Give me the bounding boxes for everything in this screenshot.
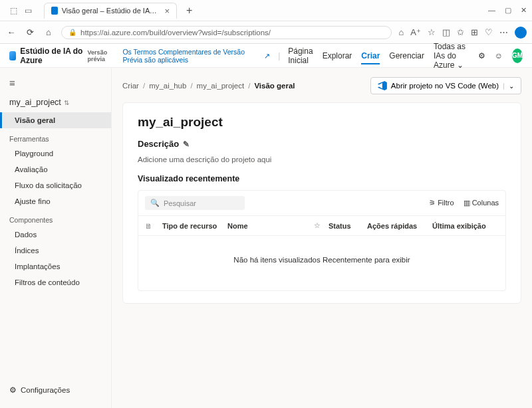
home-button[interactable]: ⌂ [43,27,55,37]
nav-explore[interactable]: Explorar [323,51,352,60]
th-name[interactable]: Nome [227,222,309,230]
preview-tag: Versão prévia [88,49,116,62]
split-icon[interactable]: ◫ [442,27,450,37]
chevron-down-icon: ⌄ [509,82,514,90]
breadcrumb: Criar / my_ai_hub / my_ai_project / Visã… [122,82,295,90]
lock-icon: 🔒 [68,29,76,36]
th-quick-actions[interactable]: Ações rápidas [367,222,427,230]
avatar[interactable]: GM [512,49,523,63]
browser-profile-icon[interactable] [515,27,527,39]
browser-tab[interactable]: Visão geral – Estúdio de IA do Azure × [44,3,177,19]
sidebar-item-playground[interactable]: Playground [0,146,111,161]
crumb-hub[interactable]: my_ai_hub [149,82,186,90]
overview-card: my_ai_project Descrição ✎ Adicione uma d… [122,102,521,304]
sidebar: ≡ my_ai_project ⇅ Visão geral Ferramenta… [0,68,112,408]
recent-table: 🔍 Pesquisar ⚞ Filtro ▥ Colunas 🗎 Tipo de… [138,190,506,291]
sidebar-section-tools: Ferramentas [0,128,111,146]
crumb-current: Visão geral [254,82,295,90]
th-resource-type[interactable]: Tipo de recurso [162,222,222,230]
search-input[interactable]: 🔍 Pesquisar [145,196,245,210]
crumb-project[interactable]: my_ai_project [197,82,245,90]
extensions-icon[interactable]: ⊞ [471,27,478,37]
content-area: Criar / my_ai_hub / my_ai_project / Visã… [112,68,532,408]
tab-title: Visão geral – Estúdio de IA do Azure [62,7,158,15]
back-button[interactable]: ← [5,27,17,37]
minimize-icon[interactable]: ― [488,6,495,15]
th-status[interactable]: Status [329,222,362,230]
th-last-viewed[interactable]: Última exibição [432,222,499,230]
sidebar-item-overview[interactable]: Visão geral [0,112,111,128]
url-text: https://ai.azure.com/build/overview?wsid… [80,29,271,37]
shopping-icon[interactable]: ⌂ [398,27,404,37]
window-icon: ⬚ [8,5,19,16]
project-selector[interactable]: my_ai_project ⇅ [0,91,111,112]
more-icon[interactable]: ⋯ [499,27,508,37]
nav-create[interactable]: Criar [361,51,380,64]
sidebar-item-evaluation[interactable]: Avaliação [0,161,111,177]
brand-icon [9,51,16,60]
nav-home[interactable]: Página Inicial [288,47,313,65]
star-icon[interactable]: ☆ [314,221,323,230]
maximize-icon[interactable]: ▢ [505,6,511,15]
favorites-bar-icon[interactable]: ✩ [457,27,464,37]
edit-icon[interactable]: ✎ [183,140,190,149]
sidebar-item-prompt-flow[interactable]: Fluxo da solicitação [0,177,111,193]
sort-icon: ⇅ [64,99,69,106]
read-aloud-icon[interactable]: A⁺ [410,27,421,37]
collections-icon[interactable]: ♡ [485,27,493,37]
sidebar-item-deployments[interactable]: Implantações [0,258,111,274]
tabs-icon[interactable]: ▭ [23,5,33,16]
sidebar-item-indexes[interactable]: Índices [0,243,111,258]
new-tab-button[interactable]: + [186,5,192,17]
tab-close-icon[interactable]: × [164,6,170,16]
refresh-button[interactable]: ⟳ [24,27,36,37]
sidebar-section-components: Componentes [0,209,111,227]
close-window-icon[interactable]: ✕ [521,6,527,15]
file-icon: 🗎 [145,222,157,230]
nav-manage[interactable]: Gerenciar [389,51,424,60]
description-placeholder[interactable]: Adicione uma descrição do projeto aqui [138,155,506,163]
crumb-criar[interactable]: Criar [122,82,139,90]
app-header: Estúdio de IA do Azure Versão prévia Os … [0,44,532,68]
sidebar-item-fine-tuning[interactable]: Ajuste fino [0,193,111,209]
filter-button[interactable]: ⚞ Filtro [429,199,454,207]
favorite-icon[interactable]: ☆ [428,27,436,37]
recently-viewed-label: Visualizado recentemente [138,174,506,183]
search-icon: 🔍 [150,199,160,207]
gear-icon: ⚙ [9,385,17,395]
browser-address-bar: ← ⟳ ⌂ 🔒 https://ai.azure.com/build/overv… [0,21,532,44]
empty-state: Não há itens visualizados Recentemente p… [138,235,505,290]
sidebar-toggle[interactable]: ≡ [0,74,111,91]
filter-icon: ⚞ [429,199,436,207]
brand-text: Estúdio de IA do Azure [20,47,83,65]
terms-link[interactable]: Os Termos Complementares de Versão Prévi… [122,48,270,64]
columns-icon: ▥ [464,199,470,207]
open-vscode-button[interactable]: Abrir projeto no VS Code (Web) | ⌄ [370,77,521,94]
nav-all-ais[interactable]: Todas as IAs do Azure ⌄ [434,42,469,70]
gear-icon[interactable]: ⚙ [478,51,485,60]
tab-favicon [51,7,58,15]
table-header-row: 🗎 Tipo de recurso Nome ☆ Status Ações rá… [138,215,505,235]
sidebar-item-content-filters[interactable]: Filtros de conteúdo [0,274,111,290]
url-input[interactable]: 🔒 https://ai.azure.com/build/overview?ws… [61,26,392,39]
sidebar-settings[interactable]: ⚙ Configurações [0,379,111,401]
description-label: Descrição ✎ [138,139,506,149]
page-title: my_ai_project [138,115,506,130]
feedback-icon[interactable]: ☺ [495,51,503,60]
external-link-icon: ↗ [264,52,270,60]
brand[interactable]: Estúdio de IA do Azure Versão prévia [9,47,116,65]
columns-button[interactable]: ▥ Colunas [464,199,499,207]
vscode-icon [378,81,387,90]
sidebar-item-data[interactable]: Dados [0,227,111,243]
browser-titlebar: ⬚ ▭ Visão geral – Estúdio de IA do Azure… [0,0,532,21]
